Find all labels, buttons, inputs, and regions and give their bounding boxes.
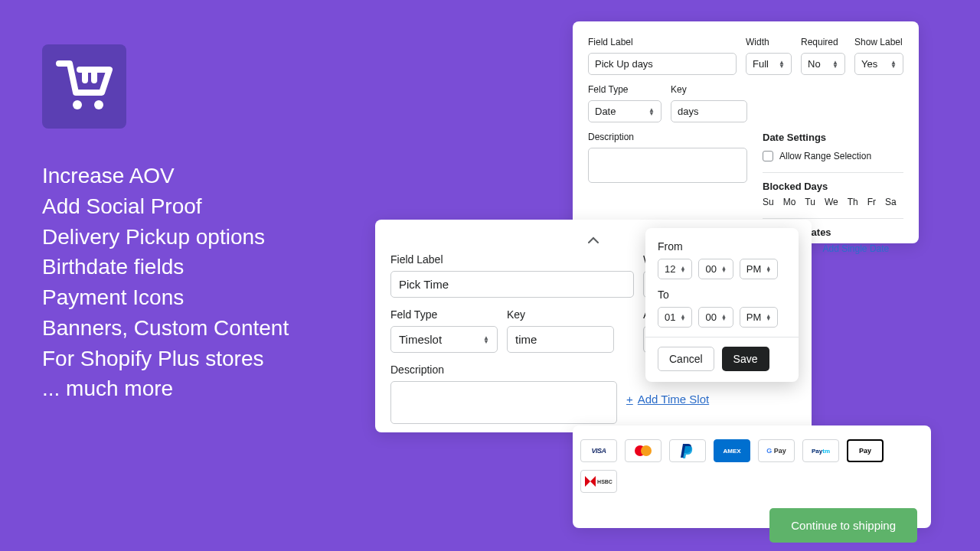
mastercard-icon xyxy=(625,439,662,462)
feature-item: Banners, Custom Content xyxy=(42,313,289,344)
day-toggle[interactable]: Mo xyxy=(783,197,796,207)
field-label-input[interactable]: Pick Up days xyxy=(588,53,737,75)
day-toggle[interactable]: We xyxy=(825,197,838,207)
from-period-select[interactable]: PM▲▼ xyxy=(740,259,778,279)
feature-list: Increase AOV Add Social Proof Delivery P… xyxy=(42,161,289,404)
blocked-days-list: Su Mo Tu We Th Fr Sa xyxy=(763,197,903,207)
width-label: Width xyxy=(746,37,792,47)
continue-to-shipping-button[interactable]: Continue to shipping xyxy=(769,508,917,543)
day-toggle[interactable]: Th xyxy=(848,197,858,207)
add-time-slot-link[interactable]: + Add Time Slot xyxy=(626,393,796,406)
feld-type-label: Feld Type xyxy=(588,84,662,95)
description-label: Description xyxy=(390,364,617,376)
brand-logo xyxy=(42,44,126,129)
key-label: Key xyxy=(671,84,747,95)
day-toggle[interactable]: Sa xyxy=(885,197,897,207)
show-label-select[interactable]: Yes▲▼ xyxy=(854,53,903,75)
feature-item: Birthdate fields xyxy=(42,252,289,282)
visa-icon: VISA xyxy=(580,439,617,462)
field-config-card-date: Field Label Pick Up days Width Full▲▼ Re… xyxy=(573,21,919,243)
key-input[interactable]: time xyxy=(507,326,614,353)
feature-item: Delivery Pickup options xyxy=(42,222,289,253)
to-hour-select[interactable]: 01▲▼ xyxy=(658,307,692,328)
to-label: To xyxy=(658,289,786,301)
payment-icon-row: VISA AMEX G Pay Paytm Pay HSBC xyxy=(580,439,917,493)
cancel-button[interactable]: Cancel xyxy=(658,347,714,371)
paypal-icon xyxy=(669,439,706,462)
field-label-label: Field Label xyxy=(390,253,634,266)
date-settings-heading: Date Settings xyxy=(763,132,903,143)
feature-item: For Shopify Plus stores xyxy=(42,344,289,374)
svg-point-1 xyxy=(94,100,103,109)
applepay-icon: Pay xyxy=(847,439,884,462)
gpay-icon: G Pay xyxy=(758,439,795,462)
required-label: Required xyxy=(801,37,845,47)
to-minute-select[interactable]: 00▲▼ xyxy=(698,307,733,328)
key-input[interactable]: days xyxy=(671,100,747,122)
day-toggle[interactable]: Fr xyxy=(867,197,876,207)
from-hour-select[interactable]: 12▲▼ xyxy=(658,259,692,279)
from-minute-select[interactable]: 00▲▼ xyxy=(698,259,733,279)
key-label: Key xyxy=(507,308,614,321)
cart-icon xyxy=(54,59,114,114)
to-period-select[interactable]: PM▲▼ xyxy=(740,307,778,328)
blocked-days-heading: Blocked Days xyxy=(763,181,903,192)
feature-item: Payment Icons xyxy=(42,282,289,313)
paytm-icon: Paytm xyxy=(802,439,839,462)
day-toggle[interactable]: Su xyxy=(763,197,774,207)
payment-card: VISA AMEX G Pay Paytm Pay HSBC Continue … xyxy=(573,425,931,528)
description-label: Description xyxy=(588,132,747,142)
save-button[interactable]: Save xyxy=(722,347,769,371)
hsbc-icon: HSBC xyxy=(580,470,617,493)
allow-range-label: Allow Range Selection xyxy=(779,151,871,161)
required-select[interactable]: No▲▼ xyxy=(801,53,845,75)
svg-point-3 xyxy=(641,445,652,456)
show-label-label: Show Label xyxy=(854,37,903,47)
from-label: From xyxy=(658,240,786,253)
feature-item: ... much more xyxy=(42,373,289,404)
allow-range-checkbox[interactable] xyxy=(763,151,773,161)
chevron-up-icon xyxy=(588,236,599,243)
feld-type-select[interactable]: Date▲▼ xyxy=(588,100,662,122)
plus-icon: + xyxy=(626,393,633,406)
feature-item: Add Social Proof xyxy=(42,191,289,222)
field-label-input[interactable]: Pick Time xyxy=(390,271,634,298)
add-single-date-link[interactable]: Add Single Date xyxy=(823,243,890,254)
width-select[interactable]: Full▲▼ xyxy=(746,53,792,75)
feature-item: Increase AOV xyxy=(42,161,289,191)
svg-point-0 xyxy=(73,100,82,109)
amex-icon: AMEX xyxy=(714,439,750,462)
day-toggle[interactable]: Tu xyxy=(805,197,815,207)
time-range-popover: From 12▲▼ 00▲▼ PM▲▼ To 01▲▼ 00▲▼ PM▲▼ Ca… xyxy=(645,228,799,382)
field-label-label: Field Label xyxy=(588,37,737,47)
description-textarea[interactable] xyxy=(588,148,747,183)
feld-type-label: Feld Type xyxy=(390,308,498,321)
feld-type-select[interactable]: Timeslot▲▼ xyxy=(390,326,498,353)
description-textarea[interactable] xyxy=(390,381,617,424)
